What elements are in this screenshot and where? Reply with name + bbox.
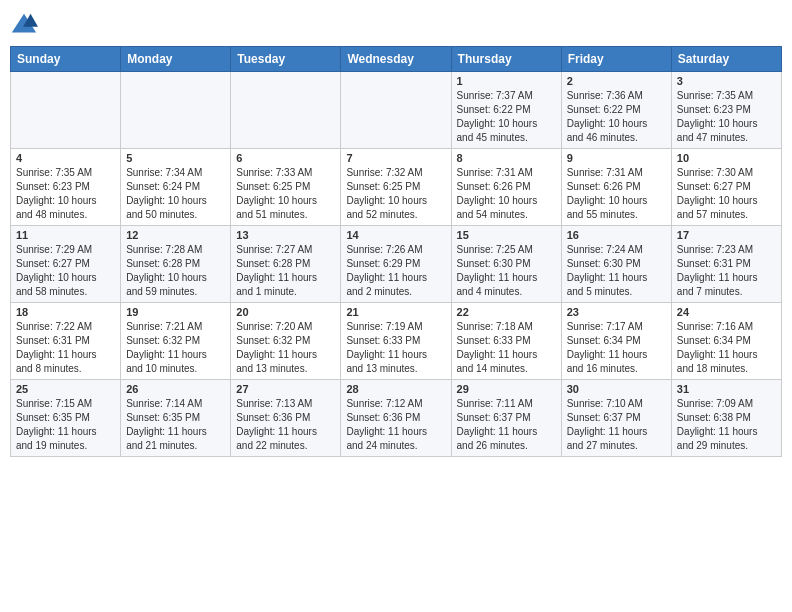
day-info: Sunrise: 7:29 AMSunset: 6:27 PMDaylight:… [16, 243, 115, 299]
calendar-cell: 25Sunrise: 7:15 AMSunset: 6:35 PMDayligh… [11, 380, 121, 457]
column-header-monday: Monday [121, 47, 231, 72]
calendar-cell: 18Sunrise: 7:22 AMSunset: 6:31 PMDayligh… [11, 303, 121, 380]
calendar-cell: 19Sunrise: 7:21 AMSunset: 6:32 PMDayligh… [121, 303, 231, 380]
day-number: 19 [126, 306, 225, 318]
column-header-sunday: Sunday [11, 47, 121, 72]
calendar-cell: 9Sunrise: 7:31 AMSunset: 6:26 PMDaylight… [561, 149, 671, 226]
day-number: 10 [677, 152, 776, 164]
day-number: 31 [677, 383, 776, 395]
column-header-saturday: Saturday [671, 47, 781, 72]
calendar-cell: 17Sunrise: 7:23 AMSunset: 6:31 PMDayligh… [671, 226, 781, 303]
day-number: 13 [236, 229, 335, 241]
day-number: 6 [236, 152, 335, 164]
calendar-cell: 20Sunrise: 7:20 AMSunset: 6:32 PMDayligh… [231, 303, 341, 380]
day-number: 5 [126, 152, 225, 164]
calendar-cell: 27Sunrise: 7:13 AMSunset: 6:36 PMDayligh… [231, 380, 341, 457]
calendar-cell: 21Sunrise: 7:19 AMSunset: 6:33 PMDayligh… [341, 303, 451, 380]
calendar-table: SundayMondayTuesdayWednesdayThursdayFrid… [10, 46, 782, 457]
day-number: 21 [346, 306, 445, 318]
day-number: 30 [567, 383, 666, 395]
day-number: 27 [236, 383, 335, 395]
day-number: 29 [457, 383, 556, 395]
calendar-cell: 13Sunrise: 7:27 AMSunset: 6:28 PMDayligh… [231, 226, 341, 303]
calendar-cell: 30Sunrise: 7:10 AMSunset: 6:37 PMDayligh… [561, 380, 671, 457]
calendar-cell [231, 72, 341, 149]
day-info: Sunrise: 7:15 AMSunset: 6:35 PMDaylight:… [16, 397, 115, 453]
week-row-1: 1Sunrise: 7:37 AMSunset: 6:22 PMDaylight… [11, 72, 782, 149]
calendar-cell: 24Sunrise: 7:16 AMSunset: 6:34 PMDayligh… [671, 303, 781, 380]
column-header-tuesday: Tuesday [231, 47, 341, 72]
day-number: 7 [346, 152, 445, 164]
day-number: 12 [126, 229, 225, 241]
day-number: 1 [457, 75, 556, 87]
calendar-cell: 14Sunrise: 7:26 AMSunset: 6:29 PMDayligh… [341, 226, 451, 303]
day-info: Sunrise: 7:32 AMSunset: 6:25 PMDaylight:… [346, 166, 445, 222]
day-number: 20 [236, 306, 335, 318]
day-number: 17 [677, 229, 776, 241]
day-number: 24 [677, 306, 776, 318]
calendar-cell: 23Sunrise: 7:17 AMSunset: 6:34 PMDayligh… [561, 303, 671, 380]
calendar-cell: 15Sunrise: 7:25 AMSunset: 6:30 PMDayligh… [451, 226, 561, 303]
day-info: Sunrise: 7:35 AMSunset: 6:23 PMDaylight:… [16, 166, 115, 222]
day-info: Sunrise: 7:28 AMSunset: 6:28 PMDaylight:… [126, 243, 225, 299]
day-number: 4 [16, 152, 115, 164]
day-info: Sunrise: 7:18 AMSunset: 6:33 PMDaylight:… [457, 320, 556, 376]
week-row-4: 18Sunrise: 7:22 AMSunset: 6:31 PMDayligh… [11, 303, 782, 380]
calendar-cell: 4Sunrise: 7:35 AMSunset: 6:23 PMDaylight… [11, 149, 121, 226]
calendar-cell: 11Sunrise: 7:29 AMSunset: 6:27 PMDayligh… [11, 226, 121, 303]
column-header-thursday: Thursday [451, 47, 561, 72]
day-number: 22 [457, 306, 556, 318]
day-number: 25 [16, 383, 115, 395]
day-info: Sunrise: 7:36 AMSunset: 6:22 PMDaylight:… [567, 89, 666, 145]
calendar-cell: 26Sunrise: 7:14 AMSunset: 6:35 PMDayligh… [121, 380, 231, 457]
day-info: Sunrise: 7:13 AMSunset: 6:36 PMDaylight:… [236, 397, 335, 453]
calendar-cell: 28Sunrise: 7:12 AMSunset: 6:36 PMDayligh… [341, 380, 451, 457]
week-row-5: 25Sunrise: 7:15 AMSunset: 6:35 PMDayligh… [11, 380, 782, 457]
calendar-cell: 22Sunrise: 7:18 AMSunset: 6:33 PMDayligh… [451, 303, 561, 380]
day-info: Sunrise: 7:16 AMSunset: 6:34 PMDaylight:… [677, 320, 776, 376]
calendar-cell: 7Sunrise: 7:32 AMSunset: 6:25 PMDaylight… [341, 149, 451, 226]
calendar-cell: 3Sunrise: 7:35 AMSunset: 6:23 PMDaylight… [671, 72, 781, 149]
day-info: Sunrise: 7:12 AMSunset: 6:36 PMDaylight:… [346, 397, 445, 453]
logo [10, 10, 40, 38]
day-info: Sunrise: 7:10 AMSunset: 6:37 PMDaylight:… [567, 397, 666, 453]
day-info: Sunrise: 7:33 AMSunset: 6:25 PMDaylight:… [236, 166, 335, 222]
day-info: Sunrise: 7:23 AMSunset: 6:31 PMDaylight:… [677, 243, 776, 299]
day-info: Sunrise: 7:34 AMSunset: 6:24 PMDaylight:… [126, 166, 225, 222]
calendar-cell: 5Sunrise: 7:34 AMSunset: 6:24 PMDaylight… [121, 149, 231, 226]
day-info: Sunrise: 7:17 AMSunset: 6:34 PMDaylight:… [567, 320, 666, 376]
column-header-wednesday: Wednesday [341, 47, 451, 72]
day-number: 9 [567, 152, 666, 164]
calendar-cell: 1Sunrise: 7:37 AMSunset: 6:22 PMDaylight… [451, 72, 561, 149]
day-info: Sunrise: 7:31 AMSunset: 6:26 PMDaylight:… [457, 166, 556, 222]
day-info: Sunrise: 7:19 AMSunset: 6:33 PMDaylight:… [346, 320, 445, 376]
day-number: 3 [677, 75, 776, 87]
calendar-cell [341, 72, 451, 149]
calendar-cell: 31Sunrise: 7:09 AMSunset: 6:38 PMDayligh… [671, 380, 781, 457]
day-info: Sunrise: 7:20 AMSunset: 6:32 PMDaylight:… [236, 320, 335, 376]
day-info: Sunrise: 7:11 AMSunset: 6:37 PMDaylight:… [457, 397, 556, 453]
day-info: Sunrise: 7:37 AMSunset: 6:22 PMDaylight:… [457, 89, 556, 145]
day-number: 11 [16, 229, 115, 241]
day-info: Sunrise: 7:35 AMSunset: 6:23 PMDaylight:… [677, 89, 776, 145]
day-number: 15 [457, 229, 556, 241]
day-info: Sunrise: 7:26 AMSunset: 6:29 PMDaylight:… [346, 243, 445, 299]
day-number: 16 [567, 229, 666, 241]
calendar-cell: 12Sunrise: 7:28 AMSunset: 6:28 PMDayligh… [121, 226, 231, 303]
day-info: Sunrise: 7:24 AMSunset: 6:30 PMDaylight:… [567, 243, 666, 299]
calendar-cell: 10Sunrise: 7:30 AMSunset: 6:27 PMDayligh… [671, 149, 781, 226]
day-info: Sunrise: 7:31 AMSunset: 6:26 PMDaylight:… [567, 166, 666, 222]
header [10, 10, 782, 38]
day-info: Sunrise: 7:14 AMSunset: 6:35 PMDaylight:… [126, 397, 225, 453]
day-number: 23 [567, 306, 666, 318]
day-info: Sunrise: 7:30 AMSunset: 6:27 PMDaylight:… [677, 166, 776, 222]
day-number: 8 [457, 152, 556, 164]
logo-icon [10, 10, 38, 38]
calendar-cell [11, 72, 121, 149]
calendar-cell: 29Sunrise: 7:11 AMSunset: 6:37 PMDayligh… [451, 380, 561, 457]
week-row-2: 4Sunrise: 7:35 AMSunset: 6:23 PMDaylight… [11, 149, 782, 226]
day-number: 2 [567, 75, 666, 87]
day-info: Sunrise: 7:09 AMSunset: 6:38 PMDaylight:… [677, 397, 776, 453]
calendar-cell: 2Sunrise: 7:36 AMSunset: 6:22 PMDaylight… [561, 72, 671, 149]
day-info: Sunrise: 7:27 AMSunset: 6:28 PMDaylight:… [236, 243, 335, 299]
